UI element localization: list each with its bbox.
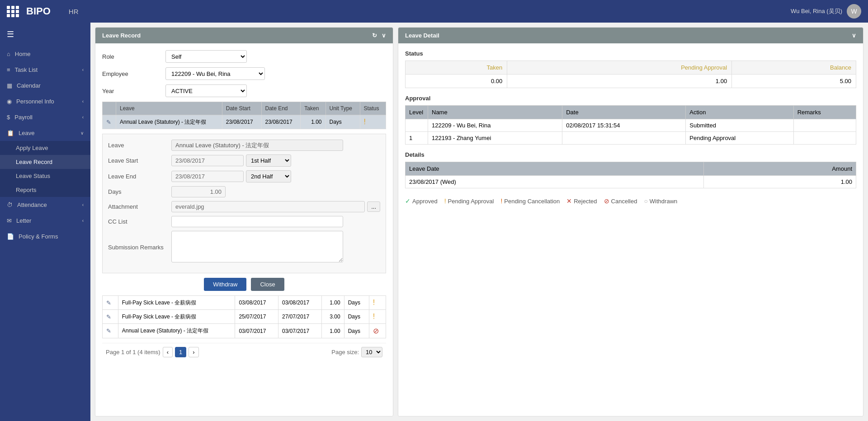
leave-name: Annual Leave (Statutory) - 法定年假 xyxy=(116,115,222,129)
chevron-left-icon: ‹ xyxy=(82,202,84,207)
refresh-icon[interactable]: ↻ xyxy=(372,32,377,39)
table-row[interactable]: ✎ Annual Leave (Statutory) - 法定年假 03/07/… xyxy=(103,324,386,338)
pending-approval-icon: ! xyxy=(444,197,446,205)
employee-select[interactable]: 122209 - Wu Bei, Rina xyxy=(165,67,265,80)
sidebar-item-personnel-info[interactable]: ◉ Personnel Info ‹ xyxy=(0,94,90,109)
pending-approval-value: 1.00 xyxy=(507,75,732,88)
withdrawn-icon: ○ xyxy=(644,197,647,205)
page-size-select[interactable]: 10 20 50 xyxy=(361,347,382,357)
sidebar-item-label: Personnel Info xyxy=(16,98,78,105)
detail-cc-label: CC List xyxy=(108,218,171,225)
sidebar-item-letter[interactable]: ✉ Letter ‹ xyxy=(0,213,90,229)
chevron-down-icon: ∨ xyxy=(80,131,84,136)
employee-label: Employee xyxy=(102,70,165,77)
amount: 1.00 xyxy=(703,176,856,188)
leave-record-header: Leave Record ↻ ∨ xyxy=(95,28,393,43)
sidebar-item-label: Leave xyxy=(19,130,76,136)
detail-days-row: Days xyxy=(108,186,380,197)
legend-cancelled: ⊘ Cancelled xyxy=(604,197,637,205)
close-button[interactable]: Close xyxy=(251,278,284,291)
pagination: Page 1 of 1 (4 items) ‹ 1 › Page size: 1… xyxy=(102,343,386,361)
legend-rejected: ✕ Rejected xyxy=(566,197,597,205)
sidebar-item-apply-leave[interactable]: Apply Leave xyxy=(0,141,90,155)
date-start: 25/07/2017 xyxy=(235,310,278,324)
detail-leave-start-value: 1st Half 2nd Half xyxy=(171,154,380,167)
page-1-button[interactable]: 1 xyxy=(175,347,186,357)
chevron-left-icon: ‹ xyxy=(82,67,84,72)
col-action: Action xyxy=(686,106,793,119)
detail-leave-value xyxy=(171,140,380,151)
table-row[interactable]: ✎ Full-Pay Sick Leave - 全薪病假 03/08/2017 … xyxy=(103,296,386,310)
approval-remarks xyxy=(793,119,856,132)
col-leave-date: Leave Date xyxy=(406,162,704,176)
details-row: 23/08/2017 (Wed) 1.00 xyxy=(406,176,856,188)
sidebar-item-task-list[interactable]: ≡ Task List ‹ xyxy=(0,62,90,78)
leave-start-half-select[interactable]: 1st Half 2nd Half xyxy=(246,154,291,167)
withdraw-button[interactable]: Withdraw xyxy=(204,278,246,291)
chevron-down-icon[interactable]: ∨ xyxy=(852,32,856,39)
chevron-left-icon: ‹ xyxy=(82,99,84,104)
user-info: Wu Bei, Rina (吴贝) W xyxy=(791,4,861,19)
leave-table: Leave Date Start Date End Taken Unit Typ… xyxy=(102,102,386,129)
approval-section-title: Approval xyxy=(405,95,856,102)
sidebar: ☰ ⌂ Home ≡ Task List ‹ ▦ Calendar ◉ Pers… xyxy=(0,23,90,421)
detail-leave-start-label: Leave Start xyxy=(108,157,171,164)
sidebar-item-policy-forms[interactable]: 📄 Policy & Forms xyxy=(0,229,90,244)
year-select[interactable]: ACTIVE 2017 2016 xyxy=(165,84,247,97)
table-row[interactable]: ✎ Annual Leave (Statutory) - 法定年假 23/08/… xyxy=(103,115,386,129)
table-row[interactable]: ✎ Full-Pay Sick Leave - 全薪病假 25/07/2017 … xyxy=(103,310,386,324)
col-unit-type: Unit Type xyxy=(326,102,360,115)
sidebar-item-leave[interactable]: 📋 Leave ∨ xyxy=(0,125,90,141)
edit-icon-cell[interactable]: ✎ xyxy=(103,296,118,310)
page-info: Page 1 of 1 (4 items) xyxy=(106,349,160,356)
col-date-start: Date Start xyxy=(222,102,261,115)
prev-page-button[interactable]: ‹ xyxy=(163,347,173,357)
cc-list-input[interactable] xyxy=(171,216,343,227)
leave-table-more: ✎ Full-Pay Sick Leave - 全薪病假 03/08/2017 … xyxy=(102,295,386,338)
legend-withdrawn-label: Withdrawn xyxy=(650,198,677,205)
attachment-input[interactable] xyxy=(171,201,365,212)
attendance-icon: ⏱ xyxy=(7,201,13,208)
sidebar-item-home[interactable]: ⌂ Home xyxy=(0,46,90,62)
edit-icon-cell[interactable]: ✎ xyxy=(103,310,118,324)
leave-end-half-select[interactable]: 1st Half 2nd Half xyxy=(246,170,291,182)
menu-toggle[interactable]: ☰ xyxy=(0,23,90,46)
unit-type: Days xyxy=(326,115,360,129)
sidebar-item-leave-record[interactable]: Leave Record xyxy=(0,155,90,169)
edit-icon-cell[interactable]: ✎ xyxy=(103,324,118,338)
sidebar-item-leave-status[interactable]: Leave Status xyxy=(0,169,90,183)
next-page-button[interactable]: › xyxy=(189,347,198,357)
detail-remarks-value xyxy=(171,231,380,264)
browse-button[interactable]: ... xyxy=(367,201,380,212)
leave-start-date-input xyxy=(171,155,244,166)
col-date: Date xyxy=(562,106,686,119)
level xyxy=(406,119,428,132)
approver-name: 122209 - Wu Bei, Rina xyxy=(428,119,562,132)
avatar: W xyxy=(847,4,861,19)
edit-icon-cell[interactable]: ✎ xyxy=(103,115,116,129)
sidebar-item-attendance[interactable]: ⏱ Attendance ‹ xyxy=(0,197,90,213)
approval-date: 02/08/2017 15:31:54 xyxy=(562,119,686,132)
taken: 3.00 xyxy=(321,310,344,324)
date-end: 03/07/2017 xyxy=(278,324,322,338)
role-select[interactable]: Self Manager xyxy=(165,50,247,63)
leave-icon: 📋 xyxy=(7,130,14,136)
sidebar-item-payroll[interactable]: $ Payroll ‹ xyxy=(0,109,90,125)
leave-date: 23/08/2017 (Wed) xyxy=(406,176,704,188)
taken: 1.00 xyxy=(301,115,326,129)
approval-table: Level Name Date Action Remarks 122209 - … xyxy=(405,105,856,145)
sidebar-item-reports[interactable]: Reports xyxy=(0,183,90,197)
header-icons: ↻ ∨ xyxy=(372,32,386,39)
chevron-down-icon[interactable]: ∨ xyxy=(382,32,386,39)
legend-pending-approval-label: Pending Approval xyxy=(448,198,494,205)
submission-remarks-textarea[interactable] xyxy=(171,231,343,262)
approver-name: 122193 - Zhang Yumei xyxy=(428,132,562,145)
detail-cc-value xyxy=(171,216,380,227)
legend-approved-label: Approved xyxy=(412,198,438,205)
sidebar-item-calendar[interactable]: ▦ Calendar xyxy=(0,78,90,94)
app-title: HR xyxy=(69,8,79,15)
leave-submenu: Apply Leave Leave Record Leave Status Re… xyxy=(0,141,90,197)
date-start: 23/08/2017 xyxy=(222,115,261,129)
approval-row: 122209 - Wu Bei, Rina 02/08/2017 15:31:5… xyxy=(406,119,856,132)
detail-leave-end-value: 1st Half 2nd Half xyxy=(171,170,380,182)
